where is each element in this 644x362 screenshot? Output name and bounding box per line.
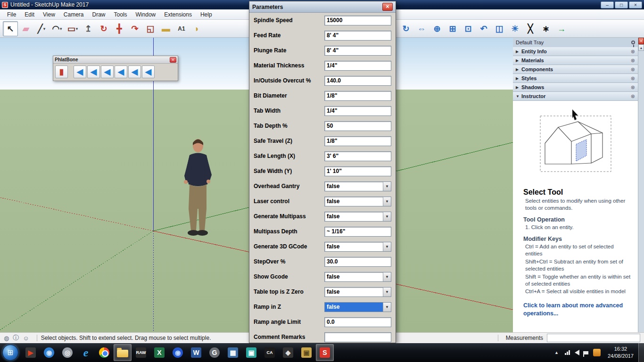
plunge-rate-input[interactable]: 8' 4"	[324, 46, 391, 56]
show-gcode-dropdown-icon[interactable]: ▼	[383, 272, 391, 281]
previous-view-tool[interactable]: ↶	[476, 21, 491, 36]
phlatbone-titlebar[interactable]: PhlatBone ×	[53, 56, 178, 64]
feed-rate-input[interactable]: 8' 4"	[324, 31, 391, 41]
ramp-angle-limit-input[interactable]: 0.0	[324, 317, 391, 327]
language-indicator-ca[interactable]: CA	[261, 344, 279, 361]
menu-file[interactable]: File	[3, 10, 20, 19]
tab-width-input[interactable]: 1/4"	[324, 106, 391, 116]
action-center-flag-icon[interactable]	[584, 351, 588, 354]
generate-3d-gcode-dropdown-icon[interactable]: ▼	[383, 242, 391, 251]
phlatbone-arrow-6-button[interactable]: ◀	[142, 66, 155, 78]
menu-tools[interactable]: Tools	[110, 10, 132, 19]
follow-me-tool[interactable]: ↷	[127, 21, 142, 36]
snipping-app-icon[interactable]: ▣	[242, 344, 260, 361]
scroll-up-arrow-icon[interactable]: ▲	[638, 44, 644, 51]
menu-draw[interactable]: Draw	[88, 10, 110, 19]
excel-icon[interactable]: X	[150, 344, 168, 361]
raw-viewer-icon[interactable]: RAW	[132, 344, 150, 361]
tray-section-styles[interactable]: ▶Styles⊗	[513, 74, 638, 83]
close-circle-icon[interactable]: ⊗	[631, 84, 635, 90]
tape-measure-tool[interactable]: ▬	[158, 21, 173, 36]
generate-3d-gcode-select[interactable]: false▼	[324, 242, 391, 252]
phlatbone-arrow-1-button[interactable]: ◀	[74, 66, 86, 78]
push-pull-tool[interactable]: ↥	[81, 21, 96, 36]
laser-control-select[interactable]: false▼	[324, 197, 391, 206]
gray-orb-app-icon[interactable]: ◎	[58, 344, 76, 361]
laser-control-dropdown-icon[interactable]: ▼	[383, 197, 391, 206]
line-tool-dropdown-caret[interactable]: ▾	[43, 26, 46, 31]
network-icon[interactable]	[565, 350, 570, 355]
overhead-gantry-dropdown-icon[interactable]: ▼	[383, 182, 391, 191]
tray-section-instructor[interactable]: ▼Instructor⊗	[513, 92, 638, 101]
menu-view[interactable]: View	[39, 10, 59, 19]
generate-multipass-select[interactable]: false▼	[324, 212, 391, 222]
explorer-icon[interactable]	[114, 344, 132, 361]
tray-close-button[interactable]: ×	[638, 38, 644, 44]
in-outside-overcut-input[interactable]: 140.0	[324, 76, 391, 86]
arc-tool[interactable]: ◠▾	[50, 21, 65, 36]
phlatbone-close-button[interactable]: ×	[170, 57, 176, 63]
security-app-icon[interactable]: ▣	[297, 344, 315, 361]
tab-depth-input[interactable]: 50	[324, 121, 391, 131]
pin-icon[interactable]	[631, 41, 635, 44]
move-tool[interactable]: ╋	[112, 21, 127, 36]
advanced-operations-link[interactable]: Click to learn about more advanced opera…	[523, 302, 631, 317]
close-circle-icon[interactable]: ⊗	[631, 49, 635, 55]
close-circle-icon[interactable]: ⊗	[631, 66, 635, 73]
stepover-input[interactable]: 30.0	[324, 257, 391, 267]
rotate-tool[interactable]: ↻	[96, 21, 111, 36]
internet-explorer-icon[interactable]: e	[77, 344, 95, 361]
tray-section-components[interactable]: ▶Components⊗	[513, 65, 638, 74]
gimp-icon[interactable]: G	[206, 344, 223, 361]
ramp-in-z-select[interactable]: false▼	[324, 302, 391, 312]
section-plane-tool[interactable]: ◫	[492, 21, 507, 36]
zoom-tool[interactable]: ⊕	[429, 21, 445, 36]
tray-section-entity-info[interactable]: ▶Entity Info⊗	[513, 47, 638, 56]
tray-section-materials[interactable]: ▶Materials⊗	[513, 56, 638, 65]
menu-extensions[interactable]: Extensions	[160, 10, 196, 19]
media-player-icon[interactable]: ▶	[22, 344, 40, 361]
phlatbone-arrow-3-button[interactable]: ◀	[101, 66, 114, 78]
overhead-gantry-select[interactable]: false▼	[324, 181, 391, 191]
arc-tool-dropdown-caret[interactable]: ▾	[60, 26, 62, 31]
taskbar-clock[interactable]: 16:32 24/08/2017	[603, 346, 638, 360]
start-button[interactable]: ⊞	[2, 345, 18, 361]
line-tool[interactable]: ╱▾	[34, 21, 49, 36]
shapes-tool-dropdown-caret[interactable]: ▾	[76, 26, 78, 31]
tray-scrollbar[interactable]: × ▲	[638, 38, 644, 332]
scale-tool[interactable]: ◱	[143, 21, 158, 36]
shadows-toggle[interactable]: ☀	[507, 21, 522, 36]
safe-travel-z-input[interactable]: 1/8"	[324, 136, 391, 146]
close-circle-icon[interactable]: ⊗	[631, 93, 635, 99]
zoom-extents-tool[interactable]: ⊡	[461, 21, 476, 36]
close-circle-icon[interactable]: ⊗	[631, 58, 635, 64]
spindle-speed-input[interactable]: 15000	[324, 16, 391, 25]
safe-width-y-input[interactable]: 1' 10"	[324, 166, 391, 176]
select-tool[interactable]: ↖	[3, 21, 18, 36]
close-button[interactable]: ×	[629, 1, 642, 8]
phlatbone-arrow-4-button[interactable]: ◀	[115, 66, 127, 78]
pan-tool[interactable]: ⇔	[414, 21, 429, 36]
notification-app-icon[interactable]	[593, 349, 601, 356]
safe-length-x-input[interactable]: 3' 6"	[324, 151, 391, 161]
user-icon[interactable]: ☺	[23, 335, 29, 342]
geolocation-icon[interactable]: ◍	[4, 335, 9, 342]
measurements-input[interactable]	[547, 334, 640, 342]
word-icon[interactable]: W	[187, 344, 205, 361]
inkscape-icon[interactable]: ◆	[279, 344, 297, 361]
parameters-dialog-close-button[interactable]: ×	[382, 3, 393, 11]
generate-multipass-dropdown-icon[interactable]: ▼	[383, 212, 391, 221]
table-top-is-z-zero-dropdown-icon[interactable]: ▼	[383, 288, 391, 296]
phlat-go-tool[interactable]: →	[554, 21, 569, 36]
scale-figure[interactable]	[178, 138, 216, 237]
calculator-icon[interactable]: ▦	[224, 344, 242, 361]
blue-orb-app-icon[interactable]: ◉	[40, 344, 58, 361]
zoom-window-tool[interactable]: ⊞	[445, 21, 460, 36]
material-thickness-input[interactable]: 1/4"	[324, 61, 391, 71]
bit-diameter-input[interactable]: 1/8"	[324, 91, 391, 101]
info-icon[interactable]: ⓘ	[13, 334, 19, 342]
menu-edit[interactable]: Edit	[20, 10, 39, 19]
minimize-button[interactable]: –	[601, 1, 614, 8]
chrome-icon[interactable]	[95, 344, 113, 361]
menu-window[interactable]: Window	[132, 10, 160, 19]
